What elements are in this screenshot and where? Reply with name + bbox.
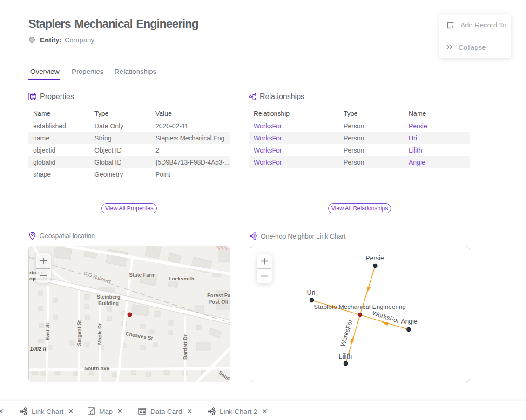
svg-text:Post Offic: Post Offic xyxy=(209,299,230,305)
svg-text:Building: Building xyxy=(98,300,119,306)
svg-text:Sargent St: Sargent St xyxy=(76,320,82,346)
svg-text:State Farm: State Farm xyxy=(129,272,156,278)
svg-text:Steinberg: Steinberg xyxy=(97,294,121,300)
svg-text:Angie: Angie xyxy=(401,318,418,325)
svg-text:Forest Par: Forest Par xyxy=(207,293,230,298)
svg-text:Lilith: Lilith xyxy=(339,353,352,360)
svg-text:Maple Dr: Maple Dr xyxy=(97,323,102,345)
svg-text:South Ave: South Ave xyxy=(84,366,109,371)
svg-text:Staplers Mechanical Engineerin: Staplers Mechanical Engineering xyxy=(314,303,405,310)
svg-text:1002 ft: 1002 ft xyxy=(30,346,47,352)
svg-text:East St: East St xyxy=(45,323,50,340)
svg-text:Locksmith: Locksmith xyxy=(169,276,194,281)
svg-text:Bartlett Dr: Bartlett Dr xyxy=(182,334,188,360)
svg-text:Persie: Persie xyxy=(365,254,384,262)
svg-text:Uri: Uri xyxy=(307,289,316,296)
svg-text:WorksFor: WorksFor xyxy=(371,309,401,325)
